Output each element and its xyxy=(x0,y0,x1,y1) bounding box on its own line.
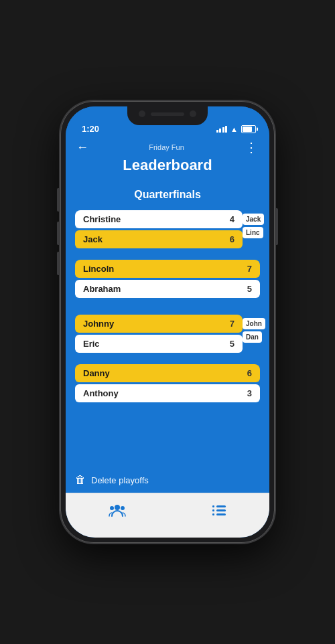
match-group-3: Johnny 7 Eric 5 John Dan xyxy=(75,315,260,355)
svg-point-1 xyxy=(110,506,114,510)
player-score: 4 xyxy=(230,214,234,224)
connector-3: John Dan xyxy=(243,318,260,351)
player-name: Christine xyxy=(83,214,121,224)
player-row-winner: Jack 6 xyxy=(75,230,243,248)
player-score: 7 xyxy=(230,319,234,329)
player-name: Jack xyxy=(83,234,103,244)
delete-label: Delete playoffs xyxy=(91,475,149,485)
player-row-winner: Lincoln 7 xyxy=(75,260,260,278)
player-score: 7 xyxy=(247,264,252,274)
match-card-3: Johnny 7 Eric 5 xyxy=(75,315,243,355)
connector-1: Jack Linc xyxy=(243,214,260,247)
player-name: Anthony xyxy=(83,388,119,398)
svg-rect-8 xyxy=(216,513,226,515)
player-name: Johnny xyxy=(83,319,114,329)
player-score: 3 xyxy=(247,388,252,398)
svg-rect-4 xyxy=(216,505,226,507)
battery-icon xyxy=(241,125,256,133)
player-score: 5 xyxy=(230,339,234,349)
status-time: 1:20 xyxy=(79,114,99,134)
player-score: 6 xyxy=(230,234,234,244)
nav-leaderboard[interactable] xyxy=(88,500,146,524)
header-subtitle: Friday Fun xyxy=(149,143,184,151)
list-icon xyxy=(211,503,227,521)
svg-point-0 xyxy=(115,505,120,510)
player-row-loser: Anthony 3 xyxy=(75,384,260,402)
nav-list[interactable] xyxy=(191,500,247,524)
match-card-1: Christine 4 Jack 6 xyxy=(75,210,243,250)
connector-label: Jack xyxy=(243,214,264,225)
trash-icon: 🗑 xyxy=(75,474,86,486)
svg-rect-6 xyxy=(216,509,226,511)
app-content: ← Friday Fun ⋮ Leaderboard Quarterfinals… xyxy=(66,134,269,538)
match-group-4: Danny 6 Anthony 3 xyxy=(75,364,260,404)
connector-label: Dan xyxy=(243,331,262,343)
delete-playoffs-button[interactable]: 🗑 Delete playoffs xyxy=(66,467,269,493)
header: ← Friday Fun ⋮ Leaderboard xyxy=(66,134,269,182)
section-title: Quarterfinals xyxy=(75,189,260,201)
player-name: Abraham xyxy=(83,284,121,294)
connector-label: John xyxy=(243,318,265,329)
player-row-loser: Abraham 5 xyxy=(75,280,260,298)
bottom-nav xyxy=(66,493,269,538)
svg-rect-7 xyxy=(212,513,214,515)
match-group-1: Christine 4 Jack 6 Jack Linc xyxy=(75,210,260,250)
page-title: Leaderboard xyxy=(76,157,259,174)
player-row-loser: Christine 4 xyxy=(75,210,243,228)
player-row-winner: Danny 6 xyxy=(75,364,260,382)
player-score: 6 xyxy=(247,368,252,378)
player-row-loser: Eric 5 xyxy=(75,335,243,353)
match-group-2: Lincoln 7 Abraham 5 xyxy=(75,260,260,300)
match-card-2: Lincoln 7 Abraham 5 xyxy=(75,260,260,300)
player-name: Eric xyxy=(83,339,100,349)
wifi-icon: ▲ xyxy=(230,125,238,133)
group-icon xyxy=(109,503,126,521)
main-scroll: Quarterfinals Christine 4 Jack 6 xyxy=(66,182,269,467)
player-name: Danny xyxy=(83,368,110,378)
svg-point-2 xyxy=(121,506,125,510)
player-name: Lincoln xyxy=(83,264,114,274)
svg-rect-5 xyxy=(212,509,214,511)
svg-rect-3 xyxy=(212,505,214,507)
back-button[interactable]: ← xyxy=(76,141,88,155)
connector-label: Linc xyxy=(243,227,263,238)
signal-icon xyxy=(216,126,228,133)
more-button[interactable]: ⋮ xyxy=(245,139,259,155)
player-score: 5 xyxy=(247,284,252,294)
player-row-winner: Johnny 7 xyxy=(75,315,243,333)
match-card-4: Danny 6 Anthony 3 xyxy=(75,364,260,404)
